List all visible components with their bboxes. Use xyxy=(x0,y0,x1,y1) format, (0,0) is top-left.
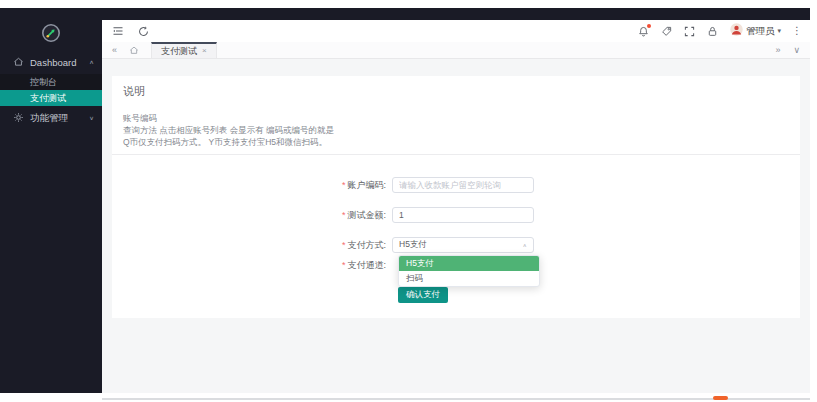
chevron-down-icon: ∨ xyxy=(89,115,94,121)
form-row-account-code: *账户编码: xyxy=(292,177,652,193)
home-icon xyxy=(13,56,24,69)
method-select-value: H5支付 xyxy=(399,239,523,251)
method-dropdown: H5支付 扫码 xyxy=(398,255,540,287)
window-bottom-border xyxy=(102,398,810,400)
field-label: *测试金额: xyxy=(292,209,392,222)
gear-icon xyxy=(13,112,24,125)
chevron-up-icon: ∧ xyxy=(89,59,94,65)
required-marker: * xyxy=(342,210,346,220)
account-code-label: 账户编码: xyxy=(347,180,386,190)
divider xyxy=(112,154,800,155)
logo-icon xyxy=(41,23,61,47)
note-line: 账号编码 xyxy=(123,113,157,125)
field-label: *账户编码: xyxy=(292,179,392,192)
sidebar-item-feature-mgmt[interactable]: 功能管理 ∨ xyxy=(0,106,102,130)
field-label: *支付方式: xyxy=(292,239,392,252)
card-title: 说明 xyxy=(123,84,145,99)
sidebar-item-payment-test[interactable]: 支付测试 xyxy=(0,90,102,106)
required-marker: * xyxy=(342,180,346,190)
app-window: Dashboard ∧ 控制台 支付测试 xyxy=(0,8,810,393)
fullscreen-icon[interactable] xyxy=(684,25,696,37)
close-icon[interactable]: × xyxy=(202,47,207,55)
note-line: 查询方法 点击相应账号列表 会显示有 编码或编号的就是 xyxy=(123,125,334,137)
menu-fold-icon[interactable] xyxy=(112,25,124,37)
navbar: 管理员 ▾ ⋮ xyxy=(102,20,810,42)
sidebar: Dashboard ∧ 控制台 支付测试 xyxy=(0,8,102,393)
tab-menu-chevron-down-icon[interactable]: ∨ xyxy=(793,46,800,55)
note-line: Q币仅支付扫码方式。 Y币支持支付宝H5和微信扫码。 xyxy=(123,137,327,149)
content-area: 说明 账号编码 查询方法 点击相应账号列表 会显示有 编码或编号的就是 Q币仅支… xyxy=(102,59,810,393)
page: Dashboard ∧ 控制台 支付测试 xyxy=(0,0,817,402)
tabbar-left: « 支付测试 × xyxy=(112,42,217,58)
sidebar-item-label: Dashboard xyxy=(30,57,89,68)
navbar-right: 管理员 ▾ ⋮ xyxy=(638,22,802,40)
navbar-left xyxy=(112,25,149,37)
method-select[interactable]: H5支付 ∧ xyxy=(392,237,534,253)
app-logo[interactable] xyxy=(0,22,102,48)
channel-label: 支付通道: xyxy=(347,260,386,270)
sidebar-item-dashboard[interactable]: Dashboard ∧ xyxy=(0,50,102,74)
scroll-right-icon[interactable]: » xyxy=(775,46,780,55)
required-marker: * xyxy=(342,240,346,250)
avatar xyxy=(730,22,743,40)
orange-scroll-indicator[interactable] xyxy=(713,396,728,400)
sidebar-item-label: 功能管理 xyxy=(30,112,89,125)
more-vertical-icon[interactable]: ⋮ xyxy=(792,26,802,36)
theme-tag-icon[interactable] xyxy=(661,25,673,37)
user-menu[interactable]: 管理员 ▾ xyxy=(730,22,781,40)
username-label: 管理员 xyxy=(746,25,775,38)
payment-test-card: 说明 账号编码 查询方法 点击相应账号列表 会显示有 编码或编号的就是 Q币仅支… xyxy=(112,76,800,318)
select-arrow-up-icon: ∧ xyxy=(523,242,527,248)
tab-label: 支付测试 xyxy=(161,45,197,58)
form-row-method: *支付方式: H5支付 ∧ xyxy=(292,237,652,253)
amount-label: 测试金额: xyxy=(347,210,386,220)
caret-down-icon: ▾ xyxy=(777,27,781,35)
notification-bell-icon[interactable] xyxy=(638,25,650,37)
sidebar-item-label: 控制台 xyxy=(30,76,57,89)
tabbar-right: » ∨ xyxy=(775,46,800,55)
sidebar-menu: Dashboard ∧ 控制台 支付测试 xyxy=(0,50,102,130)
field-label: *支付通道: xyxy=(292,259,392,272)
sidebar-item-label: 支付测试 xyxy=(30,92,66,105)
notification-badge-dot xyxy=(647,24,651,28)
method-label: 支付方式: xyxy=(347,240,386,250)
scroll-left-icon[interactable]: « xyxy=(112,46,117,55)
tab-payment-test[interactable]: 支付测试 × xyxy=(151,42,217,58)
sidebar-item-console[interactable]: 控制台 xyxy=(0,74,102,90)
dropdown-option-scan[interactable]: 扫码 xyxy=(399,271,539,286)
lock-icon[interactable] xyxy=(707,25,719,37)
confirm-pay-button[interactable]: 确认支付 xyxy=(398,287,448,303)
dropdown-option-h5[interactable]: H5支付 xyxy=(399,256,539,271)
required-marker: * xyxy=(342,260,346,270)
home-tab-icon[interactable] xyxy=(128,44,140,56)
amount-input[interactable] xyxy=(392,207,534,223)
account-code-input[interactable] xyxy=(392,177,534,193)
form-row-amount: *测试金额: xyxy=(292,207,652,223)
refresh-icon[interactable] xyxy=(137,25,149,37)
window-top-strip xyxy=(0,8,810,20)
tabbar: « 支付测试 × » ∨ xyxy=(102,42,810,59)
dashboard-submenu: 控制台 支付测试 xyxy=(0,74,102,106)
